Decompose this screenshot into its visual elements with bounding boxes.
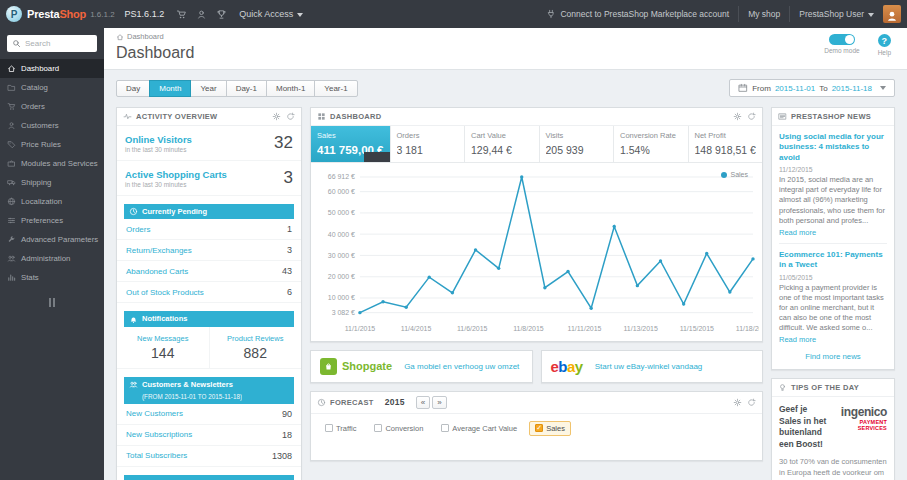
brand-wordmark: PrestaShop [27,8,86,20]
marketplace-link[interactable]: Connect to PrestaShop Marketplace accoun… [546,9,729,19]
search-icon [12,39,21,48]
prestashop-logo[interactable]: P [6,6,22,22]
svg-text:11/8/2015: 11/8/2015 [513,325,544,332]
activity-kpi-sub: in the last 30 minutes [125,146,192,153]
customers-quick-button[interactable] [196,9,207,20]
promo-ebay[interactable]: ebayStart uw eBay-winkel vandaag [541,350,764,383]
checkbox-icon [441,424,449,432]
read-more-link[interactable]: Read more [779,335,816,344]
help-button[interactable]: ? [878,34,891,47]
read-more-link[interactable]: Read more [779,228,816,237]
activity-kpi-link[interactable]: Active Shopping Carts [125,169,227,180]
divider [738,6,739,22]
sidebar-item-catalog[interactable]: Catalog [0,78,104,97]
news-headline-link[interactable]: Using social media for your business: 4 … [779,132,887,163]
sidebar-item-advanced-parameters[interactable]: Advanced Parameters [0,230,104,249]
activity-row: New Customers90 [117,404,301,425]
prestashop-admin: P PrestaShop 1.6.1.2 PS1.6.1.2 Quick Acc… [0,0,907,480]
promo-shopgate[interactable]: ShopgateGa mobiel en verhoog uw omzet [310,350,533,383]
forecast-toggle-traffic[interactable]: Traffic [319,421,362,436]
prev-year-button[interactable]: « [416,396,430,409]
notification-stat[interactable]: New Messages144 [117,327,210,368]
my-shop-link[interactable]: My shop [748,9,780,19]
next-year-button[interactable]: » [432,396,446,409]
forecast-toggle-average-cart-value[interactable]: Average Cart Value [435,421,523,436]
kpi-tab-orders[interactable]: Orders3 181 [391,126,466,162]
activity-row-link[interactable]: Orders [126,225,150,234]
activity-kpi-link[interactable]: Online Visitors [125,134,192,145]
sidebar-item-preferences[interactable]: Preferences [0,211,104,230]
user-avatar[interactable] [883,5,901,23]
preset-year-1-button[interactable]: Year-1 [314,80,357,97]
date-range-picker[interactable]: From 2015-11-01 To 2015-11-18 [729,79,895,97]
shop-name[interactable]: PS1.6.1.2 [125,9,165,19]
forecast-toggle-conversion[interactable]: Conversion [368,421,429,436]
puzzle-icon [7,159,16,168]
panel-title: FORECAST [330,398,374,407]
activity-row-link[interactable]: Out of Stock Products [126,288,204,297]
clock-icon [129,207,138,216]
activity-row-value: 6 [287,287,292,297]
sidebar-item-dashboard[interactable]: Dashboard [0,59,104,78]
preset-month-button[interactable]: Month [149,80,191,97]
badges-quick-button[interactable] [216,9,227,20]
sidebar-item-shipping[interactable]: Shipping [0,173,104,192]
notification-stat[interactable]: Product Reviews882 [210,327,302,368]
user-menu[interactable]: PrestaShop User [799,9,874,19]
team-icon [7,254,16,263]
find-more-news-link[interactable]: Find more news [805,352,860,361]
chevron-down-icon [880,86,886,90]
sidebar-item-modules-and-services[interactable]: Modules and Services [0,154,104,173]
folder-icon [7,83,16,92]
panel-refresh-button[interactable] [747,112,756,121]
search-input[interactable] [25,39,92,48]
preset-month-1-button[interactable]: Month-1 [266,80,315,97]
quick-access-menu[interactable]: Quick Access [239,9,303,19]
user-icon [7,121,16,130]
activity-row-link[interactable]: Total Subscribers [126,451,187,460]
panel-settings-button[interactable] [733,398,742,407]
promo-link[interactable]: Ga mobiel en verhoog uw omzet [404,362,519,371]
preset-year-button[interactable]: Year [190,80,226,97]
sidebar-item-label: Modules and Services [21,159,98,168]
chart-legend[interactable]: Sales [721,171,748,178]
sidebar-item-administration[interactable]: Administration [0,249,104,268]
news-headline-link[interactable]: Ecommerce 101: Payments in a Tweet [779,250,887,271]
wrench-icon [7,235,16,244]
panel-refresh-button[interactable] [747,398,756,407]
promo-link[interactable]: Start uw eBay-winkel vandaag [595,362,703,371]
activity-row-link[interactable]: New Customers [126,409,183,418]
panel-refresh-button[interactable] [286,112,295,121]
module-promos: ShopgateGa mobiel en verhoog uw omzeteba… [310,350,763,383]
cart-icon [176,9,187,20]
sidebar-item-orders[interactable]: Orders [0,97,104,116]
activity-row-link[interactable]: New Subscriptions [126,430,192,439]
activity-row: Return/Exchanges3 [117,240,301,261]
panel-settings-button[interactable] [733,112,742,121]
sidebar-item-stats[interactable]: Stats [0,268,104,287]
activity-row-link[interactable]: Return/Exchanges [126,246,192,255]
kpi-tab-net-profit[interactable]: Net Profit148 918,51 € [689,126,763,162]
sidebar-search[interactable] [7,35,97,52]
collapse-sidebar-button[interactable] [46,298,58,307]
kpi-tab-sales[interactable]: Sales411 759,00 € [311,126,391,162]
preset-day-1-button[interactable]: Day-1 [226,80,267,97]
sidebar-item-customers[interactable]: Customers [0,116,104,135]
kpi-tab-visits[interactable]: Visits205 939 [540,126,615,162]
sidebar-item-localization[interactable]: Localization [0,192,104,211]
breadcrumb[interactable]: Dashboard [116,32,164,41]
forecast-toggle-sales[interactable]: ✓Sales [529,421,571,436]
sidebar-item-label: Price Rules [21,140,61,149]
orders-quick-button[interactable] [176,9,187,20]
activity-row-link[interactable]: Abandoned Carts [126,267,188,276]
kpi-tab-conversion-rate[interactable]: Conversion Rate1.54% [614,126,689,162]
kpi-tab-cart-value[interactable]: Cart Value129,44 € [465,126,540,162]
activity-row-value: 1 [287,224,292,234]
forecast-year: 2015 [385,397,405,407]
demo-mode-toggle[interactable] [829,34,855,45]
sidebar-item-label: Administration [21,254,70,263]
panel-settings-button[interactable] [272,112,281,121]
sidebar-item-price-rules[interactable]: Price Rules [0,135,104,154]
activity-row-value: 90 [282,409,292,419]
preset-day-button[interactable]: Day [116,80,150,97]
